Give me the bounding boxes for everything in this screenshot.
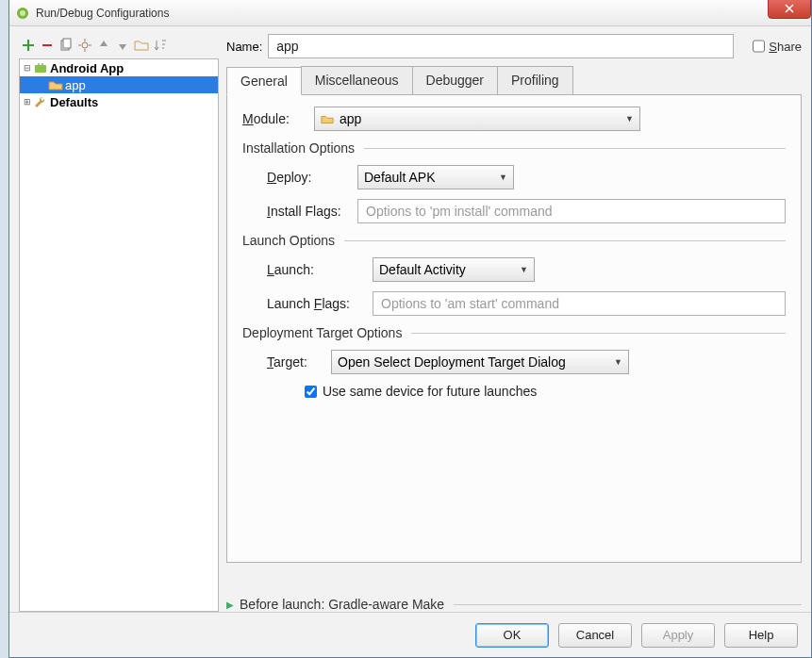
expand-icon[interactable]: ⊞ (22, 97, 33, 107)
collapse-icon[interactable]: ⊟ (22, 63, 33, 73)
svg-rect-3 (63, 39, 71, 48)
install-flags-label: Install Flags: (267, 204, 357, 219)
move-down-icon[interactable] (115, 38, 130, 53)
svg-point-1 (20, 10, 25, 16)
module-icon (48, 78, 63, 91)
chevron-down-icon: ▼ (520, 265, 528, 274)
chevron-down-icon: ▼ (625, 114, 634, 123)
module-value: app (340, 111, 361, 126)
window-title: Run/Debug Configurations (36, 7, 169, 20)
config-toolbar (19, 34, 219, 57)
launch-value: Default Activity (379, 262, 466, 277)
installation-options-header: Installation Options (242, 140, 786, 156)
reuse-device-checkbox[interactable] (305, 386, 317, 398)
svg-point-6 (38, 63, 40, 65)
target-row: Target: Open Select Deployment Target Di… (267, 350, 786, 374)
tree-node-defaults[interactable]: ⊞ Defaults (20, 93, 218, 110)
deployment-target-header: Deployment Target Options (242, 325, 786, 340)
cancel-button[interactable]: Cancel (558, 623, 632, 648)
tab-general-body: Module: app ▼ Installation Options Deplo… (226, 95, 802, 563)
help-button[interactable]: Help (724, 623, 798, 648)
expand-triangle-icon[interactable]: ▶ (226, 600, 234, 610)
config-tree[interactable]: ⊟ Android App app ⊞ Defaults (19, 58, 219, 612)
chevron-down-icon: ▼ (614, 357, 622, 367)
launch-row: Launch: Default Activity ▼ (267, 257, 786, 282)
launch-flags-input[interactable] (373, 291, 786, 316)
reuse-device-row: Use same device for future launches (267, 384, 786, 399)
add-icon[interactable] (21, 38, 36, 53)
module-label: Module: (242, 111, 314, 126)
deploy-label: Deploy: (267, 170, 357, 185)
module-icon (321, 113, 334, 124)
name-input[interactable] (268, 34, 734, 58)
tree-label: app (63, 78, 86, 92)
target-select[interactable]: Open Select Deployment Target Dialog ▼ (331, 350, 629, 374)
name-label: Name: (226, 40, 262, 54)
ok-button[interactable]: OK (475, 623, 549, 648)
apply-button[interactable]: Apply (641, 623, 715, 648)
tree-label: Android App (48, 61, 124, 75)
install-flags-row: Install Flags: (267, 199, 786, 223)
tab-general[interactable]: General (226, 67, 302, 95)
svg-point-4 (82, 42, 88, 48)
install-flags-input[interactable] (357, 199, 786, 223)
share-checkbox[interactable]: Share (753, 34, 802, 58)
svg-point-7 (41, 63, 43, 65)
move-up-icon[interactable] (96, 38, 111, 53)
wrench-icon (33, 95, 48, 108)
sort-icon[interactable] (153, 38, 168, 53)
app-icon (15, 6, 30, 21)
tab-debugger[interactable]: Debugger (412, 66, 499, 94)
tab-miscellaneous[interactable]: Miscellaneous (301, 66, 413, 94)
launch-flags-row: Launch Flags: (267, 291, 786, 316)
deploy-value: Default APK (364, 170, 436, 185)
launch-select[interactable]: Default Activity ▼ (373, 257, 535, 282)
copy-icon[interactable] (58, 38, 74, 53)
remove-icon[interactable] (40, 38, 55, 53)
chevron-down-icon: ▼ (499, 173, 507, 182)
svg-rect-5 (35, 65, 46, 73)
module-row: Module: app ▼ (242, 107, 786, 131)
target-value: Open Select Deployment Target Dialog (338, 354, 566, 370)
left-panel: ⊟ Android App app ⊞ Defaults (19, 34, 219, 612)
share-checkbox-input[interactable] (753, 34, 765, 58)
reuse-device-label: Use same device for future launches (323, 384, 537, 399)
tree-label: Defaults (48, 95, 98, 109)
android-icon (33, 61, 48, 74)
folder-icon[interactable] (134, 38, 149, 53)
deploy-row: Deploy: Default APK ▼ (267, 165, 786, 189)
module-select[interactable]: app ▼ (314, 107, 640, 131)
tree-node-app[interactable]: app (20, 76, 218, 93)
titlebar: Run/Debug Configurations (9, 0, 811, 26)
launch-flags-label: Launch Flags: (267, 296, 373, 311)
target-label: Target: (267, 354, 331, 370)
settings-icon[interactable] (77, 38, 92, 53)
tab-profiling[interactable]: Profiling (497, 66, 573, 94)
close-button[interactable] (768, 0, 811, 19)
name-row: Name: Share (226, 34, 802, 58)
dialog-footer: OK Cancel Apply Help (9, 612, 811, 657)
dialog-window: Run/Debug Configurations ⊟ Android App (8, 0, 812, 658)
launch-options-header: Launch Options (242, 233, 786, 248)
right-panel: Name: Share General Miscellaneous Debugg… (226, 34, 802, 612)
content-area: ⊟ Android App app ⊞ Defaults Name: (9, 26, 811, 612)
before-launch-section[interactable]: ▶ Before launch: Gradle-aware Make (226, 597, 802, 612)
launch-label: Launch: (267, 262, 373, 277)
tab-bar: General Miscellaneous Debugger Profiling (226, 66, 802, 95)
tree-node-android-app[interactable]: ⊟ Android App (20, 59, 218, 76)
deploy-select[interactable]: Default APK ▼ (357, 165, 514, 189)
